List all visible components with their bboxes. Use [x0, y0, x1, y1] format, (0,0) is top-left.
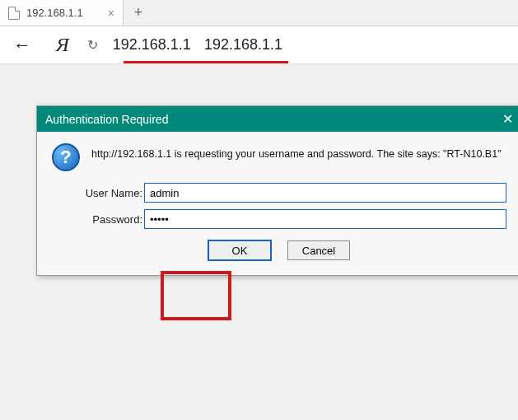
yandex-logo-icon[interactable]: Я	[53, 34, 72, 56]
dialog-message: http://192.168.1.1 is requesting your us…	[91, 143, 502, 160]
password-label: Password:	[52, 213, 144, 226]
dialog-title-bar: Authentication Required ✕	[37, 106, 518, 132]
ok-button[interactable]: OK	[208, 240, 271, 260]
question-icon: ?	[52, 143, 80, 171]
username-input[interactable]	[144, 183, 506, 203]
back-button[interactable]: ←	[7, 31, 38, 59]
new-tab-button[interactable]: +	[124, 0, 153, 26]
address-text-1: 192.168.1.1	[113, 36, 191, 54]
close-icon[interactable]: ✕	[502, 111, 513, 127]
browser-tab[interactable]: 192.168.1.1 ×	[0, 0, 124, 26]
highlight-underline	[124, 61, 288, 63]
page-icon	[8, 7, 20, 20]
cancel-button[interactable]: Cancel	[287, 240, 350, 260]
username-label: User Name:	[52, 187, 144, 199]
password-input[interactable]	[144, 209, 506, 229]
browser-toolbar: ← Я ↻ 192.168.1.1 192.168.1.1	[0, 26, 518, 64]
tab-title: 192.168.1.1	[26, 7, 83, 19]
address-text-2: 192.168.1.1	[204, 36, 282, 54]
dialog-body: ? http://192.168.1.1 is requesting your …	[37, 132, 518, 275]
tab-bar: 192.168.1.1 × +	[0, 0, 518, 26]
reload-icon[interactable]: ↻	[87, 37, 98, 53]
dialog-title-text: Authentication Required	[45, 113, 168, 126]
auth-dialog: Authentication Required ✕ ? http://192.1…	[36, 105, 518, 276]
close-tab-icon[interactable]: ×	[108, 7, 114, 20]
address-bar[interactable]: 192.168.1.1 192.168.1.1	[113, 36, 282, 54]
